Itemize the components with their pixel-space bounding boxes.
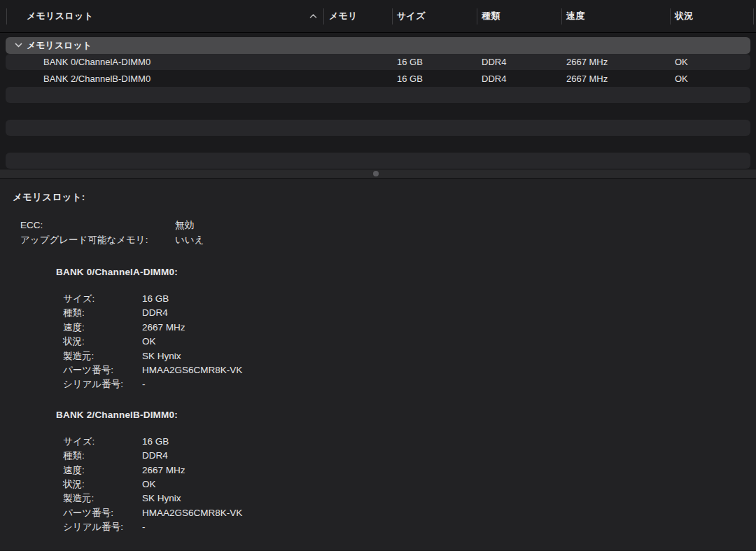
column-header-memory-slot[interactable]: メモリスロット [27, 10, 93, 22]
detail-label: サイズ: [63, 292, 142, 306]
pane-splitter[interactable] [0, 169, 756, 179]
detail-label: シリアル番号: [63, 520, 142, 534]
detail-value: 無効 [175, 220, 194, 230]
cell-size: 16 GB [397, 57, 423, 67]
bank-heading: BANK 0/ChannelA-DIMM0: [56, 265, 756, 279]
empty-row [6, 153, 750, 169]
detail-value: 2667 MHz [142, 465, 186, 475]
cell-slot-name: BANK 0/ChannelA-DIMM0 [43, 57, 150, 67]
splitter-handle[interactable] [373, 171, 379, 176]
empty-row [6, 136, 750, 153]
detail-value: SK Hynix [142, 493, 181, 503]
column-header-size[interactable]: サイズ [397, 10, 426, 22]
column-header-type[interactable]: 種類 [482, 10, 500, 22]
chevron-down-icon[interactable] [11, 42, 25, 48]
column-header-status[interactable]: 状況 [675, 10, 694, 22]
detail-label: ECC: [20, 218, 175, 233]
detail-value: DDR4 [142, 450, 168, 461]
memory-summary: ECC:無効 アップグレード可能なメモリ:いいえ [20, 218, 756, 247]
detail-label: シリアル番号: [63, 377, 142, 391]
detail-value: DDR4 [142, 307, 168, 318]
column-divider[interactable] [561, 8, 562, 25]
detail-value: - [142, 379, 146, 389]
detail-label: 製造元: [63, 349, 142, 363]
detail-label: アップグレード可能なメモリ: [20, 233, 175, 248]
detail-value: SK Hynix [142, 351, 181, 361]
detail-value: OK [142, 336, 156, 347]
memory-slots-table: メモリスロット BANK 0/ChannelA-DIMM0 16 GB DDR4… [0, 33, 756, 169]
table-header: メモリスロット メモリ サイズ 種類 速度 状況 [0, 0, 756, 33]
column-divider [753, 8, 754, 25]
table-row-bank2[interactable]: BANK 2/ChannelB-DIMM0 16 GB DDR4 2667 MH… [6, 70, 750, 87]
bank2-detail-section: BANK 2/ChannelB-DIMM0: サイズ:16 GB 種類:DDR4… [0, 408, 756, 535]
empty-row [6, 87, 750, 104]
cell-status: OK [675, 73, 688, 83]
detail-label: 種類: [63, 306, 142, 320]
group-row-memory-slots[interactable]: メモリスロット [6, 37, 750, 54]
detail-label: 状況: [63, 335, 142, 349]
detail-label: 速度: [63, 321, 142, 335]
detail-label: 速度: [63, 463, 142, 477]
detail-value: - [142, 522, 146, 532]
bank0-detail-section: BANK 0/ChannelA-DIMM0: サイズ:16 GB 種類:DDR4… [0, 265, 756, 392]
detail-value: HMAA2GS6CMR8K-VK [142, 508, 242, 518]
cell-speed: 2667 MHz [566, 57, 608, 67]
detail-label: サイズ: [63, 435, 142, 449]
column-divider[interactable] [392, 8, 393, 25]
cell-type: DDR4 [482, 57, 506, 67]
cell-status: OK [675, 57, 688, 67]
detail-value: 2667 MHz [142, 322, 186, 333]
empty-row [6, 103, 750, 120]
detail-label: 種類: [63, 449, 142, 463]
detail-pane-title: メモリスロット: [13, 190, 756, 204]
column-header-memory[interactable]: メモリ [329, 10, 358, 22]
detail-value: OK [142, 479, 156, 489]
detail-value: 16 GB [142, 436, 169, 447]
detail-value: HMAA2GS6CMR8K-VK [142, 365, 242, 375]
column-divider[interactable] [670, 8, 671, 25]
detail-label: 製造元: [63, 491, 142, 505]
detail-pane: メモリスロット: ECC:無効 アップグレード可能なメモリ:いいえ BANK 0… [0, 179, 756, 550]
sort-ascending-icon [309, 13, 318, 20]
column-divider[interactable] [323, 8, 324, 25]
cell-speed: 2667 MHz [566, 73, 608, 83]
column-divider [6, 8, 7, 25]
bank-heading: BANK 2/ChannelB-DIMM0: [56, 408, 756, 422]
detail-label: パーツ番号: [63, 506, 142, 520]
group-row-label: メモリスロット [27, 39, 92, 52]
column-header-speed[interactable]: 速度 [566, 10, 585, 22]
empty-row [6, 120, 750, 137]
system-information-memory-pane: メモリスロット メモリ サイズ 種類 速度 状況 メモリスロット BANK 0/… [0, 0, 756, 551]
detail-label: パーツ番号: [63, 363, 142, 377]
detail-value: 16 GB [142, 293, 169, 304]
column-divider[interactable] [477, 8, 477, 25]
table-row-bank0[interactable]: BANK 0/ChannelA-DIMM0 16 GB DDR4 2667 MH… [6, 54, 750, 71]
detail-value: いいえ [175, 235, 204, 245]
detail-label: 状況: [63, 477, 142, 491]
cell-slot-name: BANK 2/ChannelB-DIMM0 [43, 73, 150, 83]
cell-size: 16 GB [397, 73, 423, 83]
cell-type: DDR4 [482, 73, 506, 83]
